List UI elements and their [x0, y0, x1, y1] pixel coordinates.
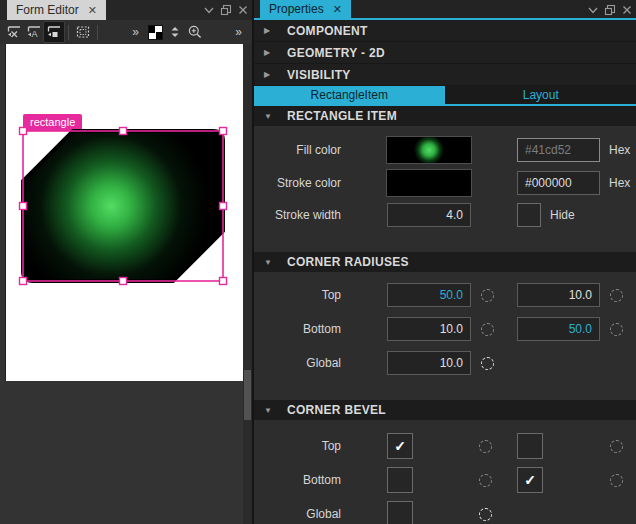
svg-text:A: A — [32, 29, 38, 39]
tab-form-editor[interactable]: Form Editor ✕ — [7, 0, 106, 20]
section-geometry-2d[interactable]: ▶ GEOMETRY - 2D — [254, 42, 636, 64]
bevel-bottom-left-checkbox[interactable]: ✓ — [387, 467, 413, 493]
radius-top-right-input[interactable]: 10.0 — [517, 283, 600, 307]
fill-hex-input[interactable]: #41cd52 — [517, 138, 600, 162]
action-indicator-icon[interactable] — [610, 289, 623, 302]
expanded-arrow-icon: ▼ — [264, 258, 278, 267]
overflow-right-icon[interactable]: » — [228, 22, 248, 42]
section-corner-bevel[interactable]: ▼ CORNER BEVEL — [254, 400, 636, 420]
chevron-down-icon[interactable] — [587, 4, 599, 16]
radius-bottom-left-input[interactable]: 10.0 — [387, 317, 471, 341]
radius-bottom-right-input[interactable]: 50.0 — [517, 317, 600, 341]
form-canvas[interactable]: rectangle — [5, 44, 243, 381]
form-editor-window-controls — [203, 0, 249, 20]
bevel-top-left-checkbox[interactable]: ✓ — [387, 433, 413, 459]
rectangle-item-shape[interactable] — [18, 126, 228, 286]
form-editor-tab-label: Form Editor — [16, 3, 79, 17]
expanded-arrow-icon: ▼ — [264, 406, 278, 415]
action-indicator-icon[interactable] — [610, 323, 623, 336]
radius-global-label: Global — [254, 356, 349, 370]
section-label: CORNER RADIUSES — [287, 255, 409, 269]
properties-window-controls — [587, 0, 633, 20]
hex-suffix-label: Hex — [609, 176, 630, 190]
action-indicator-icon[interactable] — [479, 440, 492, 453]
canvas-vertical-scrollbar[interactable] — [243, 44, 252, 524]
stroke-width-label: Stroke width — [254, 208, 349, 222]
tab-rectangleitem[interactable]: RectangleItem — [254, 86, 445, 104]
collapsed-arrow-icon: ▶ — [264, 26, 278, 35]
action-indicator-icon[interactable] — [481, 289, 494, 302]
form-editor-toolbar: A » » — [0, 20, 252, 44]
action-indicator-icon[interactable] — [610, 440, 623, 453]
stroke-color-swatch[interactable] — [387, 170, 471, 196]
radius-top-label: Top — [254, 288, 349, 302]
chevron-down-icon[interactable] — [203, 4, 215, 16]
section-corner-radiuses[interactable]: ▼ CORNER RADIUSES — [254, 252, 636, 272]
tab-layout[interactable]: Layout — [445, 86, 636, 104]
fill-color-swatch[interactable] — [387, 137, 471, 163]
radius-top-left-input[interactable]: 50.0 — [387, 283, 471, 307]
action-indicator-icon[interactable] — [610, 474, 623, 487]
toolbar-separator — [97, 25, 98, 40]
hex-suffix-label: Hex — [609, 143, 630, 157]
hide-checkbox[interactable]: ✓ — [517, 203, 541, 227]
zoom-in-icon[interactable] — [185, 22, 205, 42]
form-editor-panel: Form Editor ✕ A » — [0, 0, 252, 524]
fill-color-label: Fill color — [254, 143, 349, 157]
radius-global-input[interactable]: 10.0 — [387, 351, 471, 375]
bevel-bottom-right-checkbox[interactable]: ✓ — [517, 467, 543, 493]
collapsed-arrow-icon: ▶ — [264, 70, 278, 79]
action-indicator-icon[interactable] — [479, 474, 492, 487]
close-panel-icon[interactable] — [621, 4, 633, 16]
bounding-rect-icon[interactable] — [73, 22, 93, 42]
properties-panel: Properties ✕ ▶ COMPONENT ▶ GEOMETRY - 2D… — [252, 0, 636, 524]
hide-label: Hide — [550, 208, 575, 222]
close-tab-icon[interactable]: ✕ — [333, 3, 342, 16]
beveled-rectangle[interactable] — [23, 131, 223, 281]
bevel-top-right-checkbox[interactable]: ✓ — [517, 433, 543, 459]
action-indicator-icon[interactable] — [479, 508, 492, 521]
tab-properties[interactable]: Properties ✕ — [260, 0, 351, 19]
overflow-left-icon[interactable]: » — [125, 22, 145, 42]
properties-tab-label: Properties — [269, 2, 324, 16]
properties-titlebar: Properties ✕ — [254, 0, 636, 20]
section-label: CORNER BEVEL — [287, 403, 386, 417]
snap-anchors-icon[interactable]: A — [24, 22, 44, 42]
expanded-arrow-icon: ▼ — [264, 112, 278, 121]
action-indicator-icon[interactable] — [481, 323, 494, 336]
canvas-color-icon[interactable] — [145, 22, 165, 42]
section-label: COMPONENT — [287, 24, 368, 38]
collapsed-arrow-icon: ▶ — [264, 48, 278, 57]
close-panel-icon[interactable] — [237, 4, 249, 16]
stroke-hex-input[interactable]: #000000 — [517, 171, 600, 195]
section-label: RECTANGLE ITEM — [287, 109, 397, 123]
form-editor-titlebar: Form Editor ✕ — [0, 0, 252, 20]
no-snapping-icon[interactable] — [4, 22, 24, 42]
section-label: VISIBILITY — [287, 68, 351, 82]
spacing-arrows-icon[interactable] — [165, 22, 185, 42]
section-rectangle-item[interactable]: ▼ RECTANGLE ITEM — [254, 106, 636, 126]
section-label: GEOMETRY - 2D — [287, 46, 385, 60]
bevel-global-checkbox[interactable]: ✓ — [387, 501, 413, 524]
scrollbar-thumb[interactable] — [244, 370, 251, 420]
snap-no-anchors-icon[interactable] — [44, 22, 64, 42]
stroke-width-input[interactable]: 4.0 — [387, 203, 471, 227]
close-tab-icon[interactable]: ✕ — [88, 4, 97, 17]
action-indicator-icon[interactable] — [481, 357, 494, 370]
toolbar-separator — [68, 25, 69, 40]
bevel-bottom-label: Bottom — [254, 473, 349, 487]
bevel-top-label: Top — [254, 439, 349, 453]
bevel-global-label: Global — [254, 507, 349, 521]
float-window-icon[interactable] — [604, 4, 616, 16]
item-tab-bar: RectangleItem Layout — [254, 86, 636, 106]
stroke-color-label: Stroke color — [254, 176, 349, 190]
radius-bottom-label: Bottom — [254, 322, 349, 336]
float-window-icon[interactable] — [220, 4, 232, 16]
section-component[interactable]: ▶ COMPONENT — [254, 20, 636, 42]
section-visibility[interactable]: ▶ VISIBILITY — [254, 64, 636, 86]
